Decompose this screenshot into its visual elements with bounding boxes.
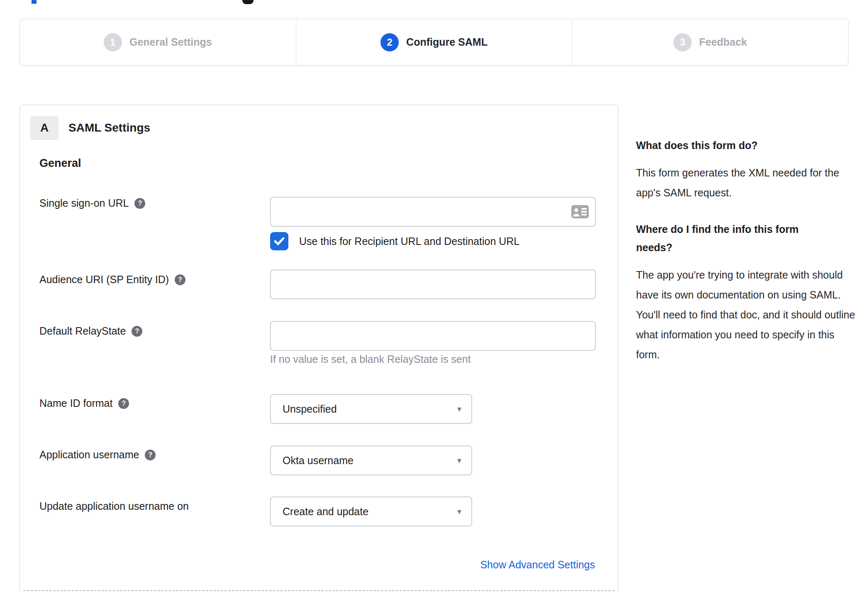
general-group-heading: General: [39, 157, 81, 170]
show-advanced-settings-link[interactable]: Show Advanced Settings: [480, 559, 595, 571]
chevron-down-icon: ▾: [457, 404, 461, 414]
step-1-badge: 1: [104, 33, 122, 51]
step-3-label: Feedback: [699, 36, 747, 48]
step-general-settings[interactable]: 1 General Settings: [20, 19, 296, 65]
audience-uri-label-row: Audience URI (SP Entity ID) ?: [39, 274, 185, 286]
step-2-label: Configure SAML: [406, 36, 488, 48]
relay-state-help-icon[interactable]: ?: [132, 326, 142, 337]
section-title: SAML Settings: [68, 116, 150, 140]
audience-uri-label: Audience URI (SP Entity ID): [39, 274, 169, 286]
audience-uri-input[interactable]: [270, 269, 596, 299]
relay-state-input[interactable]: [270, 321, 596, 351]
help-body-where: The app you're trying to integrate with …: [636, 265, 856, 364]
update-application-username-label-row: Update application username on: [39, 500, 189, 512]
chevron-down-icon: ▾: [457, 506, 461, 516]
sso-url-help-icon[interactable]: ?: [134, 198, 145, 209]
step-1-label: General Settings: [129, 36, 212, 48]
relay-state-label: Default RelayState: [39, 325, 126, 337]
application-username-help-icon[interactable]: ?: [145, 450, 156, 460]
help-body-what: This form generates the XML needed for t…: [636, 163, 856, 203]
application-username-select[interactable]: Okta username ▾: [270, 445, 472, 475]
wizard-stepper: 1 General Settings 2 Configure SAML 3 Fe…: [20, 19, 848, 66]
name-id-format-select[interactable]: Unspecified ▾: [270, 394, 472, 424]
application-username-label-row: Application username ?: [39, 449, 156, 461]
help-heading-where: Where do I find the info this form needs…: [636, 220, 827, 257]
name-id-format-label: Name ID format: [39, 397, 112, 409]
audience-uri-help-icon[interactable]: ?: [175, 274, 185, 285]
name-id-format-help-icon[interactable]: ?: [118, 398, 129, 409]
recipient-url-checkbox-row: Use this for Recipient URL and Destinati…: [270, 232, 519, 250]
configure-saml-page: 1 General Settings 2 Configure SAML 3 Fe…: [0, 0, 868, 592]
saml-settings-panel: A SAML Settings General Single sign-on U…: [20, 105, 618, 592]
update-application-username-label: Update application username on: [39, 500, 189, 512]
step-3-badge: 3: [673, 33, 692, 51]
step-feedback[interactable]: 3 Feedback: [572, 19, 848, 65]
step-configure-saml[interactable]: 2 Configure SAML: [296, 19, 572, 65]
application-username-value: Okta username: [283, 455, 354, 467]
chevron-down-icon: ▾: [457, 455, 461, 465]
recipient-url-checkbox[interactable]: [270, 232, 288, 250]
clipped-logo-fragment-icon: [242, 0, 254, 4]
relay-state-label-row: Default RelayState ?: [39, 325, 142, 337]
help-panel: What does this form do? This form genera…: [636, 136, 856, 382]
autofill-contact-card-icon[interactable]: [571, 205, 589, 219]
sso-url-label-row: Single sign-on URL ?: [39, 197, 145, 209]
recipient-url-checkbox-label: Use this for Recipient URL and Destinati…: [299, 235, 519, 247]
update-application-username-select[interactable]: Create and update ▾: [270, 497, 472, 526]
application-username-label: Application username: [39, 449, 139, 461]
section-dashed-divider: [23, 590, 614, 591]
sso-url-input-wrap: [270, 197, 596, 227]
update-application-username-value: Create and update: [283, 506, 368, 518]
name-id-format-value: Unspecified: [283, 403, 337, 415]
help-heading-what: What does this form do?: [636, 136, 856, 154]
sso-url-input[interactable]: [270, 197, 596, 227]
relay-state-hint: If no value is set, a blank RelayState i…: [270, 353, 471, 365]
clipped-header-fragment-icon: [32, 0, 37, 4]
sso-url-label: Single sign-on URL: [39, 197, 129, 209]
checkmark-icon: [273, 236, 285, 246]
name-id-format-label-row: Name ID format ?: [39, 397, 129, 409]
step-2-badge: 2: [380, 33, 399, 51]
section-a-badge: A: [30, 116, 59, 140]
